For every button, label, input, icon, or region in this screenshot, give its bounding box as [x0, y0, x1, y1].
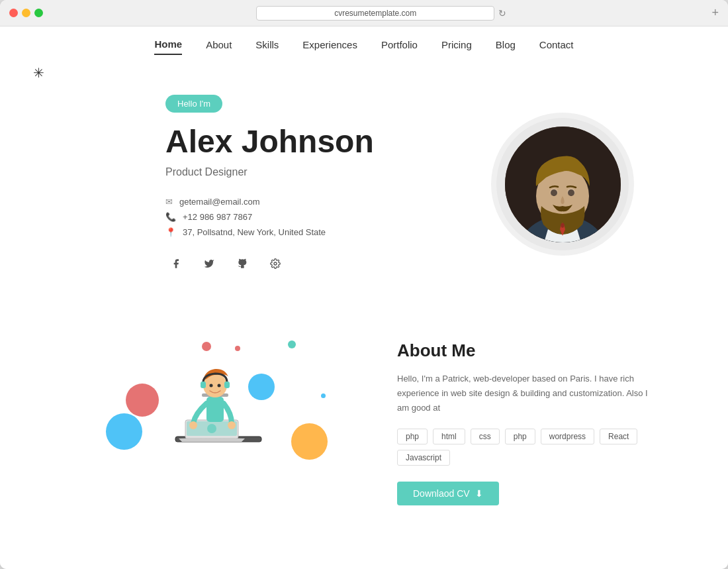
close-button[interactable] — [9, 9, 18, 17]
hero-title: Product Designer — [165, 166, 443, 178]
skill-css: css — [471, 429, 500, 444]
minimize-button[interactable] — [22, 9, 30, 17]
decor-circle-5 — [288, 340, 296, 348]
refresh-icon[interactable]: ↻ — [498, 8, 506, 19]
email-icon: ✉ — [165, 197, 173, 207]
maximize-button[interactable] — [34, 9, 43, 17]
download-cv-button[interactable]: Downlaod CV ⬇ — [397, 482, 499, 505]
navigation: Home About Skills Experiences Portfolio … — [0, 26, 728, 55]
decor-circle-8 — [321, 393, 326, 398]
svg-point-21 — [228, 421, 236, 429]
github-icon[interactable] — [232, 253, 253, 274]
skills-tags: php html css php wordpress React Javascr… — [397, 429, 649, 466]
location-icon: 📍 — [165, 227, 176, 237]
download-icon: ⬇ — [475, 488, 483, 499]
svg-point-7 — [550, 188, 558, 195]
nav-portfolio[interactable]: Portfolio — [381, 39, 418, 54]
hero-avatar-area — [496, 118, 629, 250]
svg-rect-17 — [224, 382, 230, 388]
svg-point-0 — [274, 262, 277, 265]
hero-left: Hello I'm Alex Johnson Product Designer … — [165, 95, 443, 274]
svg-point-19 — [218, 384, 221, 387]
svg-point-20 — [189, 421, 197, 429]
browser-window: cvresumetemplate.com ↻ + ✳ Home About Sk… — [0, 0, 728, 569]
url-input[interactable]: cvresumetemplate.com — [256, 6, 494, 21]
skill-react: React — [600, 429, 637, 444]
skill-php: php — [397, 429, 428, 444]
skill-html: html — [433, 429, 465, 444]
svg-rect-16 — [201, 382, 206, 388]
decor-circle-3 — [126, 384, 159, 417]
about-text: Hello, I'm a Patrick, web-developer base… — [397, 372, 649, 415]
avatar-wrapper — [496, 118, 629, 250]
contact-phone-row: 📞 +12 986 987 7867 — [165, 212, 443, 222]
address-text: 37, Pollsatnd, New York, United State — [183, 227, 326, 237]
nav-about[interactable]: About — [206, 39, 232, 54]
hero-section: Hello I'm Alex Johnson Product Designer … — [0, 55, 728, 314]
email-text: getemail@email.com — [179, 197, 260, 207]
nav-skills[interactable]: Skills — [255, 39, 279, 54]
logo-icon[interactable]: ✳ — [33, 65, 44, 81]
browser-bar: cvresumetemplate.com ↻ + — [0, 0, 728, 26]
svg-rect-14 — [206, 397, 224, 422]
contact-address-row: 📍 37, Pollsatnd, New York, United State — [165, 227, 443, 237]
hero-name: Alex Johnson — [165, 125, 443, 160]
skill-wordpress: wordpress — [541, 429, 594, 444]
nav-blog[interactable]: Blog — [496, 39, 516, 54]
contact-email-row: ✉ getemail@email.com — [165, 197, 443, 207]
skill-php2: php — [505, 429, 535, 444]
hello-badge: Hello I'm — [165, 95, 222, 113]
download-cv-label: Downlaod CV — [413, 488, 470, 499]
nav-pricing[interactable]: Pricing — [441, 39, 472, 54]
decor-circle-1 — [106, 413, 142, 450]
page-content: ✳ Home About Skills Experiences Portfoli… — [0, 26, 728, 569]
decor-circle-6 — [291, 423, 328, 460]
contact-info: ✉ getemail@email.com 📞 +12 986 987 7867 … — [165, 197, 443, 237]
about-title: About Me — [397, 340, 649, 361]
nav-home[interactable]: Home — [154, 38, 182, 55]
svg-point-12 — [207, 424, 216, 433]
nav-experiences[interactable]: Experiences — [302, 39, 357, 54]
address-bar: cvresumetemplate.com ↻ — [51, 6, 711, 21]
illustration-area — [79, 334, 357, 480]
svg-point-18 — [210, 384, 213, 387]
svg-point-8 — [567, 188, 575, 195]
new-tab-button[interactable]: + — [711, 6, 719, 20]
facebook-icon[interactable] — [165, 253, 187, 274]
desk-illustration — [165, 347, 271, 466]
about-section: About Me Hello, I'm a Patrick, web-devel… — [0, 314, 728, 545]
nav-contact[interactable]: Contact — [539, 39, 574, 54]
about-right: About Me Hello, I'm a Patrick, web-devel… — [397, 334, 649, 505]
skill-javascript: Javascript — [397, 450, 450, 466]
traffic-lights — [9, 9, 43, 17]
social-links — [165, 253, 443, 274]
settings-icon[interactable] — [265, 253, 286, 274]
phone-text: +12 986 987 7867 — [183, 212, 252, 222]
phone-icon: 📞 — [165, 212, 176, 222]
avatar — [505, 127, 621, 242]
twitter-icon[interactable] — [199, 253, 220, 274]
